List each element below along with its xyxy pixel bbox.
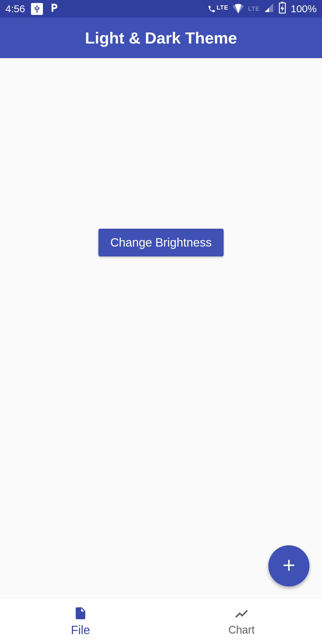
status-bar: 4:56 LTE LTE 100% (0, 0, 322, 18)
content-area: Change Brightness (0, 58, 322, 598)
wifi-icon (233, 2, 244, 16)
svg-rect-1 (281, 2, 284, 3)
lte-label-dim: LTE (248, 5, 260, 12)
nav-label-file: File (71, 624, 90, 636)
signal-icon (264, 3, 274, 15)
status-left: 4:56 (5, 2, 60, 16)
usb-icon (31, 3, 43, 15)
plus-icon (282, 558, 296, 574)
battery-charging-icon (278, 2, 287, 16)
battery-percentage: 100% (291, 3, 317, 15)
bottom-nav: File Chart (0, 598, 322, 644)
status-time: 4:56 (5, 3, 25, 15)
nav-item-file[interactable]: File (0, 598, 161, 644)
app-bar: Light & Dark Theme (0, 18, 322, 58)
chart-icon (234, 607, 249, 622)
nav-label-chart: Chart (228, 625, 255, 635)
add-fab-button[interactable] (268, 545, 309, 586)
file-icon (73, 606, 88, 622)
status-right: LTE LTE 100% (208, 2, 317, 16)
volte-icon: LTE (208, 5, 228, 13)
change-brightness-button[interactable]: Change Brightness (98, 229, 224, 256)
p-icon (49, 2, 60, 16)
nav-item-chart[interactable]: Chart (161, 598, 322, 644)
page-title: Light & Dark Theme (85, 29, 237, 47)
